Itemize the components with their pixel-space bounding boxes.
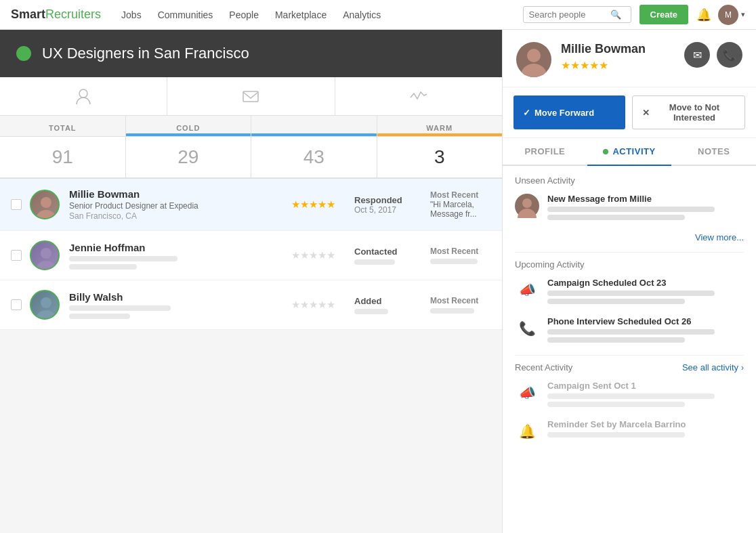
status-date-millie: Oct 5, 2017 (354, 205, 422, 215)
person-row-millie[interactable]: Millie Bowman Senior Product Designer at… (0, 179, 502, 231)
not-interested-button[interactable]: ✕ Move to Not Interested (632, 95, 745, 129)
tab-activity-inner: ACTIVITY (587, 146, 672, 156)
stat-values: 91 29 43 3 (0, 137, 502, 179)
ghost-reminder-1 (547, 432, 685, 438)
recent-activity-title: Recent Activity (515, 362, 572, 372)
activity-body-phone: Phone Interview Scheduled Oct 26 (547, 316, 744, 345)
checkbox-jennie[interactable] (11, 250, 22, 261)
nav-jobs[interactable]: Jobs (121, 9, 142, 20)
stat-label-cold: COLD (176, 124, 200, 132)
recent-megaphone-icon: 📣 (515, 381, 539, 405)
view-more-link[interactable]: View more... (515, 232, 744, 242)
megaphone-icon: 📣 (515, 278, 539, 302)
tab-activity-label: ACTIVITY (612, 146, 655, 156)
total-count: 91 (52, 146, 73, 167)
person-title-millie: Senior Product Designer at Expedia (69, 201, 280, 211)
person-row-jennie[interactable]: Jennie Hoffman ★★★★★ Contacted Most Rece… (0, 231, 502, 280)
checkbox-billy[interactable] (11, 299, 22, 310)
ghost-title-billy (69, 305, 171, 311)
stat-value-total: 91 (0, 137, 126, 177)
person-row-billy[interactable]: Billy Walsh ★★★★★ Added Most Recent (0, 280, 502, 330)
stat-col-cold: COLD (126, 116, 252, 136)
warm-count: 3 (434, 146, 445, 167)
ghost-phone-2 (547, 337, 685, 343)
stars-billy: ★★★★★ (291, 299, 335, 311)
user-menu-chevron-icon[interactable]: ▾ (741, 10, 745, 19)
right-panel: Millie Bowman ★★★★★ ✉ 📞 ✓ Move Forward ✕… (502, 30, 756, 533)
activity-item-recent-campaign: 📣 Campaign Sent Oct 1 (515, 381, 744, 410)
search-title: UX Designers in San Francisco (42, 45, 249, 62)
see-all-activity-link[interactable]: See all activity › (682, 362, 744, 372)
checkbox-millie[interactable] (11, 199, 22, 210)
nav-marketplace[interactable]: Marketplace (275, 9, 327, 20)
tab-profile[interactable]: PROFILE (503, 138, 587, 165)
person-info-millie: Millie Bowman Senior Product Designer at… (69, 188, 280, 221)
stats-header: TOTAL COLD WARM (0, 116, 502, 137)
activity-content: Unseen Activity New Message from Millie … (503, 166, 756, 533)
people-list: Millie Bowman Senior Product Designer at… (0, 179, 502, 330)
activity-title-message: New Message from Millie (547, 194, 744, 204)
svg-point-5 (527, 49, 541, 62)
ghost-location-billy (69, 314, 130, 319)
ghost-message-2 (547, 215, 685, 220)
status-millie: Responded Oct 5, 2017 (354, 195, 422, 215)
recent-text-millie: "Hi Marcela, Message fr... (430, 200, 491, 219)
ghost-recent-campaign-1 (547, 393, 715, 399)
bell-reminder-icon: 🔔 (515, 419, 539, 444)
nav-analytics[interactable]: Analytics (343, 9, 381, 20)
main-content: UX Designers in San Francisco (0, 30, 756, 533)
create-button[interactable]: Create (639, 5, 688, 24)
recent-label-billy: Most Recent (430, 296, 491, 305)
search-input[interactable] (529, 9, 610, 20)
person-info-billy: Billy Walsh (69, 291, 280, 319)
notifications-bell-icon[interactable]: 🔔 (696, 7, 711, 22)
logo-color: Recruiters (45, 7, 101, 21)
profile-info: Millie Bowman ★★★★★ (561, 42, 684, 72)
activity-title-campaign: Campaign Scheduled Oct 23 (547, 278, 744, 288)
action-buttons: ✓ Move Forward ✕ Move to Not Interested (503, 87, 756, 138)
user-avatar[interactable]: M (718, 5, 738, 25)
activity-title-reminder: Reminder Set by Marcela Barrino (547, 419, 744, 429)
person-info-jennie: Jennie Hoffman (69, 242, 280, 270)
ghost-recent-jennie (430, 259, 478, 264)
mid-bar (251, 133, 377, 136)
activity-item-message: New Message from Millie (515, 194, 744, 223)
profile-avatar (516, 42, 551, 77)
email-action-button[interactable]: ✉ (684, 42, 710, 68)
stat-col-total: TOTAL (0, 116, 126, 136)
active-status-dot (16, 46, 31, 61)
see-all-chevron-icon: › (741, 363, 744, 372)
tab-mail-icon[interactable] (167, 77, 335, 115)
svg-point-4 (41, 297, 51, 308)
recent-activity-header: Recent Activity See all activity › (515, 362, 744, 372)
left-panel: UX Designers in San Francisco (0, 30, 502, 533)
stat-label-warm: WARM (426, 124, 453, 132)
profile-stars: ★★★★★ (561, 59, 684, 72)
profile-name: Millie Bowman (561, 42, 684, 56)
stat-col-warm: WARM (377, 116, 503, 136)
status-label-jennie: Contacted (354, 247, 422, 257)
move-forward-button[interactable]: ✓ Move Forward (513, 95, 625, 129)
person-location-millie: San Francisco, CA (69, 211, 280, 221)
nav-people[interactable]: People (229, 9, 259, 20)
tab-activity-icon[interactable] (335, 77, 502, 115)
stat-value-warm: 3 (377, 137, 503, 177)
tab-person-icon[interactable] (0, 77, 167, 115)
tab-notes[interactable]: NOTES (671, 138, 756, 165)
tab-activity[interactable]: ACTIVITY (587, 138, 672, 166)
avatar-billy (30, 290, 60, 320)
activity-item-campaign: 📣 Campaign Scheduled Oct 23 (515, 278, 744, 307)
nav-communities[interactable]: Communities (158, 9, 213, 20)
ghost-date-jennie (354, 259, 395, 265)
activity-body-message: New Message from Millie (547, 194, 744, 223)
cold-bar (126, 133, 251, 136)
svg-point-2 (41, 197, 51, 208)
avatar-millie (30, 190, 60, 219)
status-label-millie: Responded (354, 195, 422, 205)
recent-label-millie: Most Recent (430, 190, 491, 200)
activity-dot-icon (603, 149, 608, 154)
ghost-recent-billy (430, 308, 474, 314)
ghost-title-jennie (69, 256, 177, 261)
profile-header: Millie Bowman ★★★★★ ✉ 📞 (503, 30, 756, 87)
phone-action-button[interactable]: 📞 (717, 42, 742, 68)
